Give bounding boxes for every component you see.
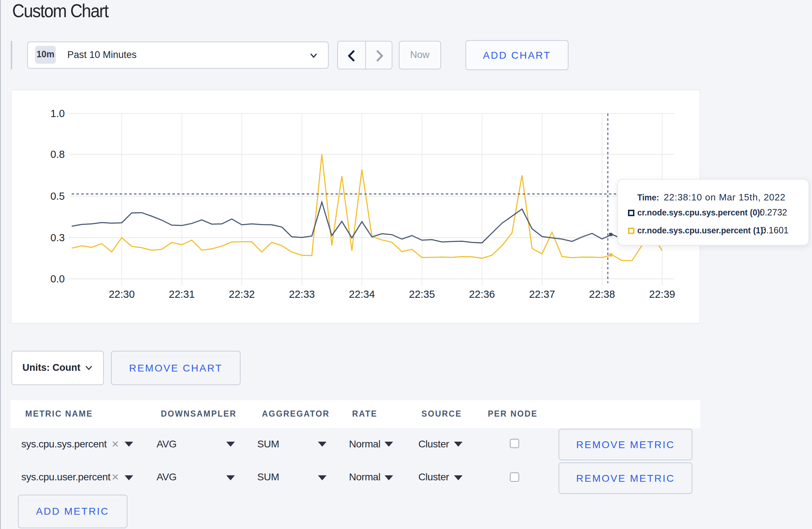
svg-text:22:31: 22:31 xyxy=(169,288,195,300)
svg-text:22:33: 22:33 xyxy=(289,288,315,300)
svg-text:0.3: 0.3 xyxy=(50,232,65,243)
svg-text:0.8: 0.8 xyxy=(50,148,65,160)
svg-text:22:38: 22:38 xyxy=(589,288,615,300)
svg-text:0.0: 0.0 xyxy=(50,273,65,284)
svg-text:22:35: 22:35 xyxy=(409,288,435,300)
svg-text:0.5: 0.5 xyxy=(50,190,65,202)
svg-text:22:34: 22:34 xyxy=(349,288,375,300)
svg-text:22:39: 22:39 xyxy=(649,288,675,300)
svg-text:22:37: 22:37 xyxy=(529,288,555,300)
svg-text:22:32: 22:32 xyxy=(229,288,255,300)
svg-text:1.0: 1.0 xyxy=(50,107,65,119)
svg-text:22:30: 22:30 xyxy=(109,288,135,300)
svg-text:22:36: 22:36 xyxy=(469,288,495,300)
